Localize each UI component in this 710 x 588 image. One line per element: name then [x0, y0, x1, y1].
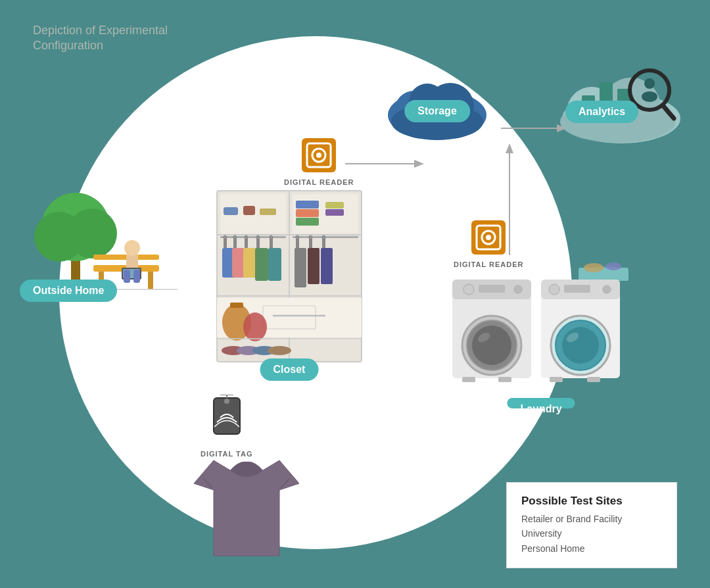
closet-group: Closet: [210, 187, 368, 381]
laundry-machines-svg: [446, 260, 636, 418]
svg-rect-90: [243, 248, 256, 278]
svg-point-53: [514, 285, 522, 293]
svg-point-115: [224, 399, 229, 404]
svg-rect-81: [325, 202, 344, 208]
svg-rect-98: [309, 238, 312, 248]
closet-badge-wrapper: Closet: [260, 358, 319, 381]
svg-rect-97: [295, 248, 306, 287]
svg-rect-85: [224, 238, 227, 248]
svg-point-65: [562, 327, 599, 364]
svg-rect-52: [479, 285, 505, 293]
svg-rect-99: [308, 248, 320, 284]
digital-tag-svg: [204, 395, 250, 444]
svg-rect-87: [233, 238, 237, 248]
laundry-badge: Laundry: [507, 398, 575, 408]
arrow-reader-to-storage: [345, 156, 424, 172]
svg-rect-82: [325, 209, 344, 216]
storage-group: Storage: [381, 79, 493, 147]
svg-rect-101: [321, 248, 333, 284]
analytics-group: Analytics: [552, 43, 684, 151]
svg-point-113: [268, 346, 291, 355]
closet-badge: Closet: [260, 358, 319, 381]
test-sites-title: Possible Test Sites: [521, 495, 662, 508]
test-sites-item-3: Personal Home: [521, 541, 662, 556]
svg-rect-94: [268, 248, 281, 281]
digital-reader-top: DIGITAL READER: [284, 138, 354, 186]
svg-point-108: [243, 312, 267, 341]
svg-rect-76: [243, 206, 255, 215]
svg-marker-20: [414, 160, 424, 168]
svg-rect-67: [462, 377, 475, 382]
svg-rect-96: [296, 238, 299, 248]
svg-rect-93: [270, 238, 273, 248]
svg-point-48: [605, 262, 621, 270]
svg-rect-100: [322, 238, 325, 248]
svg-rect-89: [245, 238, 248, 248]
svg-rect-77: [260, 208, 276, 215]
test-sites-box: Possible Test Sites Retailer or Brand Fa…: [506, 482, 677, 568]
digital-reader-top-icon: [302, 138, 336, 172]
svg-point-60: [549, 284, 559, 295]
digital-reader-top-label: DIGITAL READER: [284, 178, 354, 186]
analytics-badge-wrapper: Analytics: [565, 101, 638, 123]
svg-rect-70: [587, 377, 600, 382]
storage-badge-label: Storage: [404, 100, 470, 122]
svg-point-37: [644, 78, 655, 89]
outside-home-badge: Outside Home: [20, 280, 117, 302]
svg-rect-79: [296, 209, 319, 217]
laundry-group: Laundry: [446, 260, 636, 420]
svg-rect-14: [133, 270, 140, 283]
analytics-svg: [552, 43, 684, 148]
shirt-svg: [194, 447, 299, 559]
svg-rect-80: [296, 218, 319, 226]
svg-rect-69: [550, 377, 563, 382]
svg-point-10: [124, 240, 140, 256]
digital-reader-right-icon: [471, 220, 506, 255]
diagram-title: Depiction of Experimental Configuration: [33, 23, 168, 54]
svg-rect-78: [296, 201, 319, 208]
closet-svg: [210, 187, 368, 378]
main-container: Depiction of Experimental Configuration: [0, 0, 710, 588]
svg-point-18: [316, 153, 321, 158]
svg-rect-92: [255, 248, 268, 281]
storage-badge: Storage: [404, 100, 470, 122]
svg-rect-13: [124, 270, 130, 283]
arrow-svg-reader-storage: [345, 156, 424, 172]
outside-home-group: Outside Home: [20, 168, 178, 308]
svg-point-51: [463, 284, 474, 295]
svg-point-47: [584, 263, 604, 272]
svg-marker-40: [506, 143, 513, 153]
svg-point-56: [472, 326, 511, 365]
test-sites-item-1: Retailer or Brand Facility: [521, 512, 662, 526]
svg-rect-68: [498, 377, 511, 382]
svg-point-62: [603, 285, 611, 293]
test-sites-item-2: University: [521, 526, 662, 541]
svg-point-38: [642, 91, 657, 102]
svg-rect-75: [224, 207, 238, 215]
svg-point-44: [486, 235, 491, 240]
analytics-badge: Analytics: [565, 101, 638, 123]
svg-point-3: [67, 208, 117, 258]
svg-rect-61: [564, 285, 590, 293]
svg-rect-107: [230, 303, 243, 308]
svg-rect-5: [148, 270, 153, 289]
svg-rect-84: [220, 236, 286, 238]
shirt-group: [194, 447, 299, 562]
svg-rect-91: [256, 238, 260, 248]
